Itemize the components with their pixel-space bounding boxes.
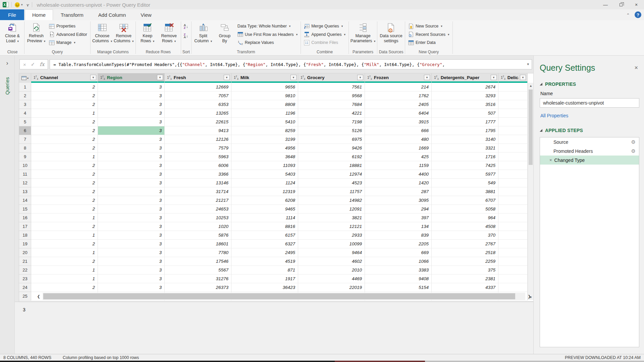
table-cell[interactable]: 3 [98,257,165,266]
table-cell[interactable]: 2 [31,170,98,179]
table-cell[interactable]: 1 [31,248,98,257]
table-cell[interactable]: 3 [98,231,165,240]
table-cell[interactable] [498,231,528,240]
table-cell[interactable]: 5977 [432,170,498,179]
scroll-right-icon[interactable]: ❯ [526,293,533,300]
table-cell[interactable]: 3 [98,187,165,196]
table-cell[interactable]: 3 [98,118,165,126]
table-cell[interactable]: 1716 [432,153,498,161]
table-cell[interactable]: 3915 [365,118,432,126]
table-cell[interactable]: 370 [432,231,498,240]
data-source-settings-button[interactable]: ⚙ Data sourcesettings [379,21,404,49]
formula-input[interactable]: = Table.TransformColumnTypes(#"Promoted … [50,59,532,69]
enter-data-button[interactable]: Enter Data [407,39,450,46]
queries-pane-label[interactable]: Queries [4,77,10,95]
row-number[interactable]: 15 [19,205,31,214]
table-cell[interactable] [498,109,528,118]
table-cell[interactable]: 1420 [365,179,432,187]
table-cell[interactable]: 6404 [365,109,432,118]
row-number[interactable]: 19 [19,240,31,248]
filter-dropdown-icon[interactable]: ▼ [157,75,163,80]
table-cell[interactable]: 3 [98,126,165,135]
column-header-region[interactable]: 123Region▼ [98,73,165,83]
table-cell[interactable]: 3 [98,100,165,109]
data-type-button[interactable]: Data Type: Whole Number▾ [236,22,299,30]
table-cell[interactable]: 9464 [298,248,365,257]
column-header-grocery[interactable]: 123Grocery▼ [298,73,365,83]
expand-formula-bar-icon[interactable]: ▾ [527,62,529,66]
replace-values-button[interactable]: 12 Replace Values [236,39,299,46]
table-cell[interactable] [498,144,528,153]
table-cell[interactable]: 1 [31,266,98,275]
table-cell[interactable]: 2 [31,92,98,100]
table-cell[interactable]: 3 [98,170,165,179]
table-cell[interactable]: 3199 [231,135,298,144]
query-name-input[interactable]: wholesale-customers-unpivot [540,98,639,108]
table-cell[interactable]: 2933 [298,231,365,240]
table-cell[interactable]: 871 [231,266,298,275]
table-cell[interactable]: 3 [98,222,165,231]
table-cell[interactable]: 1 [31,231,98,240]
table-cell[interactable]: 3648 [231,153,298,161]
table-cell[interactable]: 5126 [298,126,365,135]
table-cell[interactable]: 9656 [231,83,298,92]
tab-home[interactable]: Home [25,9,53,20]
help-icon[interactable]: ? [635,11,641,18]
properties-button[interactable]: Properties [48,22,88,30]
table-cell[interactable]: 12126 [165,135,231,144]
table-cell[interactable]: 2 [31,83,98,92]
column-header-frozen[interactable]: 123Frozen▼ [365,73,432,83]
refresh-preview-button[interactable]: RefreshPreview ▾ [26,21,47,49]
scroll-up-icon[interactable]: ▲ [528,83,533,88]
table-cell[interactable]: 287 [365,187,432,196]
table-cell[interactable]: 17546 [165,257,231,266]
table-cell[interactable] [498,170,528,179]
row-number[interactable]: 5 [19,118,31,126]
table-cell[interactable]: 2405 [365,100,432,109]
table-cell[interactable]: 3 [98,275,165,283]
table-cell[interactable]: 2 [31,240,98,248]
table-cell[interactable]: 5876 [165,231,231,240]
table-cell[interactable]: 9810 [231,92,298,100]
tab-transform[interactable]: Transform [54,9,91,20]
table-cell[interactable]: 14982 [298,196,365,205]
table-cell[interactable]: 5963 [165,153,231,161]
table-cell[interactable]: 24653 [165,205,231,214]
table-cell[interactable]: 2 [31,100,98,109]
table-cell[interactable]: 4221 [298,109,365,118]
table-cell[interactable]: 7425 [432,161,498,170]
row-number[interactable]: 6 [19,126,31,135]
table-cell[interactable] [498,161,528,170]
collapse-ribbon-icon[interactable]: ⌃ [626,13,630,17]
table-cell[interactable] [498,92,528,100]
table-cell[interactable]: 3 [98,83,165,92]
table-cell[interactable]: 964 [432,214,498,222]
table-cell[interactable]: 3 [98,153,165,161]
table-cell[interactable]: 13146 [165,179,231,187]
manage-parameters-button[interactable]: ManageParameters ▾ [350,21,376,49]
table-cell[interactable] [498,153,528,161]
table-cell[interactable]: 9408 [365,275,432,283]
table-cell[interactable]: 3 [98,109,165,118]
row-number[interactable]: 17 [19,222,31,231]
close-panel-icon[interactable]: × [633,64,639,71]
table-cell[interactable]: 5058 [432,205,498,214]
table-cell[interactable] [498,135,528,144]
row-number[interactable]: 3 [19,100,31,109]
table-cell[interactable]: 4508 [432,222,498,231]
table-cell[interactable]: 6006 [165,161,231,170]
table-cell[interactable]: 7579 [165,144,231,153]
table-cell[interactable]: 1917 [231,275,298,283]
table-cell[interactable]: 6975 [298,135,365,144]
table-cell[interactable]: 4602 [298,257,365,266]
table-cell[interactable]: 36423 [231,283,298,292]
select-all-corner-button[interactable]: ▾ [19,73,31,83]
split-column-button[interactable]: SplitColumn ▾ [193,21,214,49]
row-number[interactable]: 21 [19,257,31,266]
table-cell[interactable] [498,118,528,126]
table-cell[interactable]: 6157 [231,231,298,240]
table-cell[interactable]: 10253 [165,214,231,222]
table-cell[interactable]: 1159 [365,161,432,170]
table-cell[interactable] [498,283,528,292]
table-cell[interactable]: 5403 [231,170,298,179]
